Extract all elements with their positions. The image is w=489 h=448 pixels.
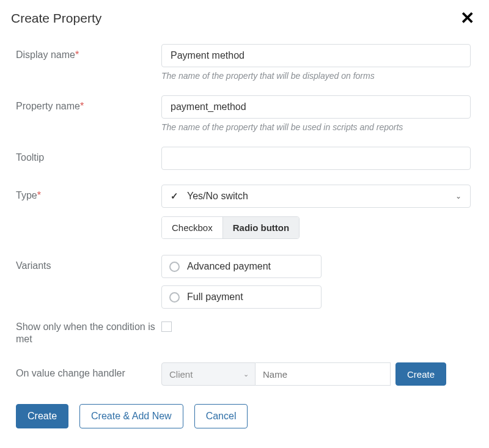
condition-checkbox[interactable]	[161, 321, 172, 332]
label-text: Tooltip	[16, 152, 44, 163]
row-condition: Show only when the condition is met	[16, 320, 478, 345]
row-handler: On value change handler Client ⌄ Create	[16, 362, 478, 386]
close-icon[interactable]: ✕	[457, 10, 478, 27]
chevron-down-icon: ⌄	[243, 370, 249, 378]
display-style-segment: Checkbox Radio button	[161, 216, 300, 239]
row-type: Type* ✓ Yes/No switch ⌄ Checkbox Radio b…	[16, 185, 478, 243]
label-text: On value change handler	[16, 368, 125, 378]
field-condition	[161, 320, 478, 332]
variant-item[interactable]: Advanced payment	[161, 255, 322, 278]
handler-name-input[interactable]	[256, 362, 391, 386]
handler-controls: Client ⌄ Create	[161, 362, 446, 386]
display-name-input[interactable]	[161, 44, 471, 67]
handler-create-button[interactable]: Create	[395, 362, 446, 386]
variant-item[interactable]: Full payment	[161, 285, 322, 309]
label-text: Type	[16, 190, 37, 200]
cancel-button[interactable]: Cancel	[194, 404, 248, 428]
variant-label: Advanced payment	[187, 261, 271, 272]
create-button[interactable]: Create	[16, 404, 68, 428]
label-text: Display name	[16, 50, 75, 60]
required-marker: *	[75, 50, 79, 60]
row-property-name: Property name* The name of the property …	[16, 95, 478, 141]
row-variants: Variants Advanced payment Full payment	[16, 255, 478, 309]
required-marker: *	[80, 101, 84, 111]
field-type: ✓ Yes/No switch ⌄ Checkbox Radio button	[161, 185, 478, 243]
dialog-header: Create Property ✕	[11, 10, 478, 27]
label-tooltip: Tooltip	[16, 147, 161, 164]
radio-icon	[169, 262, 180, 272]
label-display-name: Display name*	[16, 44, 161, 61]
label-text: Property name	[16, 101, 80, 111]
create-and-add-new-button[interactable]: Create & Add New	[79, 404, 183, 428]
property-name-hint: The name of the property that will be us…	[161, 122, 478, 132]
type-selected-text: Yes/No switch	[187, 191, 455, 202]
label-condition: Show only when the condition is met	[16, 320, 161, 345]
tooltip-input[interactable]	[161, 147, 471, 170]
field-tooltip	[161, 147, 478, 170]
dialog-footer: Create Create & Add New Cancel	[16, 404, 478, 428]
row-display-name: Display name* The name of the property t…	[16, 44, 478, 89]
label-handler: On value change handler	[16, 362, 161, 380]
segment-radio-button[interactable]: Radio button	[222, 217, 299, 238]
label-text: Variants	[16, 260, 51, 271]
row-tooltip: Tooltip	[16, 147, 478, 170]
dialog-title: Create Property	[11, 11, 101, 26]
field-display-name: The name of the property that will be di…	[161, 44, 478, 89]
display-name-hint: The name of the property that will be di…	[161, 71, 478, 81]
label-property-name: Property name*	[16, 95, 161, 112]
check-icon: ✓	[171, 191, 178, 202]
chevron-down-icon: ⌄	[455, 192, 461, 200]
field-variants: Advanced payment Full payment	[161, 255, 478, 309]
label-variants: Variants	[16, 255, 161, 272]
variant-label: Full payment	[187, 292, 243, 303]
field-property-name: The name of the property that will be us…	[161, 95, 478, 141]
property-name-input[interactable]	[161, 95, 471, 119]
segment-checkbox[interactable]: Checkbox	[162, 217, 222, 238]
radio-icon	[169, 292, 180, 303]
label-type: Type*	[16, 185, 161, 202]
handler-scope-text: Client	[169, 369, 193, 380]
required-marker: *	[37, 190, 41, 200]
handler-scope-select[interactable]: Client ⌄	[161, 362, 256, 386]
type-select[interactable]: ✓ Yes/No switch ⌄	[161, 185, 471, 208]
field-handler: Client ⌄ Create	[161, 362, 478, 386]
form-body: Display name* The name of the property t…	[11, 44, 478, 428]
label-text: Show only when the condition is met	[16, 321, 155, 344]
create-property-dialog: Create Property ✕ Display name* The name…	[0, 0, 489, 443]
